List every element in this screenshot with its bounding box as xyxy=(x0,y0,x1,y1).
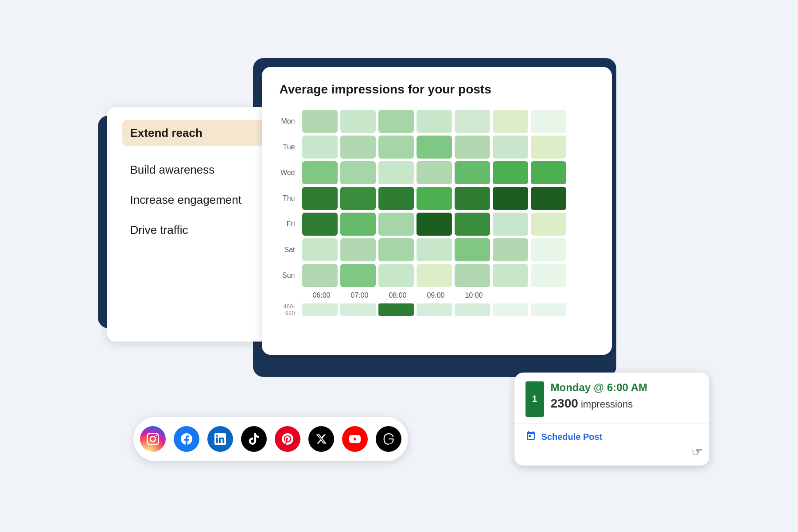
heatmap-cell[interactable] xyxy=(340,264,376,287)
heatmap-cell[interactable] xyxy=(455,238,490,261)
chart-title: Average impressions for your posts xyxy=(280,82,594,97)
day-label-wed: Wed xyxy=(280,169,300,177)
tooltip-impressions: 2300 impressions xyxy=(551,396,698,411)
heatmap-cell[interactable] xyxy=(302,136,338,159)
day-label-sat: Sat xyxy=(280,246,300,254)
heatmap-cell[interactable] xyxy=(455,110,490,133)
heatmap-cell[interactable] xyxy=(455,264,490,287)
social-card xyxy=(133,417,408,461)
heatmap-cell[interactable] xyxy=(378,136,414,159)
heatmap-cell[interactable] xyxy=(493,136,528,159)
heatmap-cell[interactable] xyxy=(493,110,528,133)
heatmap-cell[interactable] xyxy=(302,161,338,184)
heatmap-cell[interactable] xyxy=(417,238,452,261)
heatmap-cell[interactable] xyxy=(493,213,528,236)
chart-card: Average impressions for your posts MonTu… xyxy=(262,67,612,355)
menu-item-traffic[interactable]: Drive traffic xyxy=(122,215,277,245)
heatmap-cell[interactable] xyxy=(417,110,452,133)
heatmap-cell[interactable] xyxy=(455,136,490,159)
heatmap-cell[interactable] xyxy=(378,187,414,210)
threads-icon[interactable] xyxy=(376,426,401,452)
heatmap-cell[interactable] xyxy=(417,161,452,184)
heatmap-cell[interactable] xyxy=(455,213,490,236)
tooltip-top: 1 Monday @ 6:00 AM 2300 impressions xyxy=(514,373,709,424)
x-icon[interactable] xyxy=(308,426,334,452)
heatmap-cell[interactable] xyxy=(340,161,376,184)
heatmap-cell[interactable] xyxy=(302,187,338,210)
hour-label: 09:00 xyxy=(418,291,454,299)
heatmap-cell[interactable] xyxy=(531,213,566,236)
heatmap-cell[interactable] xyxy=(531,238,566,261)
range-bar-cell xyxy=(302,303,338,316)
menu-item-highlighted[interactable]: Extend reach xyxy=(122,120,277,146)
heatmap-cell[interactable] xyxy=(531,187,566,210)
heatmap-cell[interactable] xyxy=(340,187,376,210)
range-bar-cell xyxy=(417,303,452,316)
calendar-icon xyxy=(526,431,536,443)
heatmap-cell[interactable] xyxy=(493,161,528,184)
range-bar-cell xyxy=(378,303,414,316)
tooltip-bottom[interactable]: Schedule Post xyxy=(514,424,709,450)
range-row: 460-920 xyxy=(280,303,594,316)
menu-item-engagement[interactable]: Increase engagement xyxy=(122,185,277,215)
heatmap-cell[interactable] xyxy=(493,264,528,287)
heatmap-row-thu: Thu xyxy=(280,187,594,210)
heatmap-cell[interactable] xyxy=(531,136,566,159)
range-bar-cell xyxy=(493,303,528,316)
heatmap-cell[interactable] xyxy=(417,187,452,210)
heatmap-row-sun: Sun xyxy=(280,264,594,287)
day-label-sun: Sun xyxy=(280,272,300,280)
heatmap-cell[interactable] xyxy=(493,238,528,261)
heatmap-cell[interactable] xyxy=(493,187,528,210)
heatmap-cell[interactable] xyxy=(531,161,566,184)
heatmap-row-fri: Fri xyxy=(280,213,594,236)
heatmap-cell[interactable] xyxy=(302,110,338,133)
tiktok-icon[interactable] xyxy=(241,426,267,452)
day-label-tue: Tue xyxy=(280,143,300,151)
heatmap-cell[interactable] xyxy=(302,264,338,287)
heatmap-cell[interactable] xyxy=(417,136,452,159)
heatmap-cell[interactable] xyxy=(378,213,414,236)
heatmap-cell[interactable] xyxy=(340,238,376,261)
instagram-icon[interactable] xyxy=(140,426,166,452)
range-bar-cell xyxy=(531,303,566,316)
hour-labels: 06:0007:0008:0009:0010:00 xyxy=(280,291,594,299)
hour-label: 10:00 xyxy=(456,291,492,299)
range-bar-cell xyxy=(340,303,376,316)
hour-label: 07:00 xyxy=(342,291,378,299)
heatmap-cell[interactable] xyxy=(302,238,338,261)
heatmap-cell[interactable] xyxy=(531,110,566,133)
menu-item-awareness[interactable]: Build awareness xyxy=(122,155,277,185)
range-label: 460-920 xyxy=(280,303,300,316)
heatmap-cell[interactable] xyxy=(455,161,490,184)
heatmap-cell[interactable] xyxy=(417,264,452,287)
facebook-icon[interactable] xyxy=(174,426,199,452)
heatmap-cell[interactable] xyxy=(417,213,452,236)
heatmap-row-mon: Mon xyxy=(280,110,594,133)
heatmap-cell[interactable] xyxy=(378,161,414,184)
heatmap-cell[interactable] xyxy=(340,110,376,133)
heatmap-row-sat: Sat xyxy=(280,238,594,261)
day-label-thu: Thu xyxy=(280,194,300,202)
menu-title: Extend reach xyxy=(130,126,202,140)
heatmap-row-wed: Wed xyxy=(280,161,594,184)
linkedin-icon[interactable] xyxy=(207,426,233,452)
heatmap-cell[interactable] xyxy=(340,136,376,159)
range-bar-cell xyxy=(455,303,490,316)
tooltip-rank-bar: 1 xyxy=(526,381,544,417)
tooltip-impressions-label: impressions xyxy=(581,399,633,410)
schedule-post-label: Schedule Post xyxy=(541,432,603,442)
hour-label xyxy=(494,291,530,299)
heatmap-cell[interactable] xyxy=(302,213,338,236)
heatmap-cell[interactable] xyxy=(378,264,414,287)
heatmap-cell[interactable] xyxy=(378,110,414,133)
pinterest-icon[interactable] xyxy=(275,426,300,452)
menu-item-awareness-label: Build awareness xyxy=(130,163,215,176)
youtube-icon[interactable] xyxy=(342,426,368,452)
heatmap-cell[interactable] xyxy=(531,264,566,287)
heatmap-cell[interactable] xyxy=(455,187,490,210)
tooltip-impressions-count: 2300 xyxy=(551,396,578,410)
heatmap-cell[interactable] xyxy=(378,238,414,261)
heatmap: MonTueWedThuFriSatSun xyxy=(280,110,594,287)
heatmap-cell[interactable] xyxy=(340,213,376,236)
